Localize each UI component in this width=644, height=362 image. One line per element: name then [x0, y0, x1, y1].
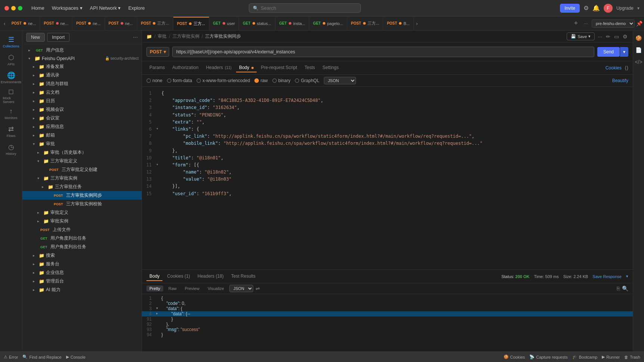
tree-item-third-def-create[interactable]: ▸ POST 三方审批定义创建 [22, 165, 142, 174]
sidebar-item-history[interactable]: ◷ History [3, 141, 19, 157]
workspace-select[interactable]: pre-feishu-demo [592, 19, 635, 28]
tree-item-doc[interactable]: ▸ 📁 云文档 [22, 88, 142, 97]
right-icon-code[interactable]: </> [634, 57, 643, 66]
notifications-icon[interactable]: 🔔 [592, 4, 600, 12]
bottom-error[interactable]: ⚠ Error [4, 355, 18, 359]
right-icon-docs[interactable]: 📄 [634, 46, 643, 54]
tab-tests[interactable]: Tests [301, 63, 318, 72]
pin-button[interactable]: 📌 [636, 21, 643, 26]
tree-item-zhunbei[interactable]: ▸ 📁 准备发展 [22, 62, 142, 71]
radio-graphql[interactable]: GraphQL [295, 78, 319, 83]
save-button[interactable]: 💾 Save ▾ [567, 32, 595, 40]
tree-item-msg[interactable]: ▸ 📁 消息与群组 [22, 79, 142, 88]
radio-form-data[interactable]: form-data [167, 78, 192, 83]
breadcrumb-folder-icon[interactable]: 📁 [146, 34, 152, 39]
expand-icon[interactable]: ⟨⟩ [625, 65, 628, 71]
cookies-link[interactable]: Cookies [606, 65, 622, 71]
breadcrumb-item-approval[interactable]: 审批 [158, 33, 167, 40]
tab-next-button[interactable]: › [414, 19, 420, 28]
sidebar-item-collections[interactable]: ☰ Collections [3, 34, 19, 50]
collapse-icon[interactable]: ▸ [156, 311, 161, 316]
tab-5[interactable]: POST 三方... [173, 17, 209, 30]
import-button[interactable]: Import [47, 33, 69, 42]
tab-9[interactable]: GET pageto... [309, 17, 347, 30]
wrap-lines-button[interactable]: ⇌ [256, 285, 260, 291]
tree-item-cal[interactable]: ▸ 📁 日历 [22, 97, 142, 105]
tab-10[interactable]: POST 三方... [347, 17, 383, 30]
sidebar-item-flows[interactable]: ⇄ Flows [3, 123, 19, 140]
sidebar-options-icon[interactable]: ··· [133, 34, 138, 41]
method-select[interactable]: POST ▾ [146, 47, 169, 57]
copy-button[interactable]: ⎘ [617, 285, 620, 291]
send-dropdown-button[interactable]: ▾ [620, 47, 628, 57]
beautify-link[interactable]: Beautify [612, 78, 628, 83]
tree-item-third-def[interactable]: ▾ 📁 三方审批定义 [22, 157, 142, 165]
bottom-console[interactable]: ▶ Console [66, 355, 86, 359]
nav-home[interactable]: Home [28, 4, 47, 12]
resp-tab-body[interactable]: Body [146, 272, 162, 281]
sidebar-item-monitors[interactable]: ↑ Monitors [3, 105, 19, 122]
radio-none[interactable]: none [146, 78, 162, 83]
tree-item-root[interactable]: ▸ GET 用户信息 [22, 46, 142, 54]
nav-explore[interactable]: Explore [125, 4, 148, 12]
resp-tab-headers[interactable]: Headers (18) [195, 272, 227, 281]
tab-settings[interactable]: Settings [319, 63, 341, 72]
tab-3[interactable]: POST ne... [105, 17, 137, 30]
radio-binary[interactable]: binary [272, 78, 291, 83]
tree-item-meetroom[interactable]: ▸ 📁 会议室 [22, 114, 142, 122]
nav-api-network[interactable]: API Network ▾ [87, 4, 124, 12]
sidebar-item-apis[interactable]: ⬡ APIs [3, 52, 19, 68]
tree-item-user-task1[interactable]: ▸ GET 用户角度列出任务 [22, 234, 142, 243]
tree-item-approval-def[interactable]: ▸ 📁 审批定义 [22, 208, 142, 217]
resp-tab-test-results[interactable]: Test Results [228, 272, 258, 281]
tab-8[interactable]: GET insta... [275, 17, 309, 30]
bottom-capture[interactable]: 📡 Capture requests [529, 355, 567, 359]
tree-feishu-api[interactable]: ▾ 📁 Feishu OpenAPI 🔒 security-architect [22, 54, 142, 62]
format-preview-button[interactable]: Preview [182, 285, 202, 291]
tree-item-user-task2[interactable]: ▸ GET 用户角度列出任务 [22, 243, 142, 251]
search-response-button[interactable]: 🔍 [622, 285, 628, 291]
format-pretty-button[interactable]: Pretty [146, 285, 163, 291]
bottom-runner[interactable]: ▶ Runner [602, 355, 620, 359]
right-icon-cookies[interactable]: 🍪 [634, 34, 643, 43]
breadcrumb-item-instance[interactable]: 三方审批实例 [173, 33, 199, 40]
tab-authorization[interactable]: Authorization [169, 63, 201, 72]
tree-item-approval-instance[interactable]: ▸ 📁 审批实例 [22, 217, 142, 225]
new-button[interactable]: New [26, 33, 45, 42]
edit-button[interactable]: ✏ [605, 33, 611, 40]
tab-6[interactable]: GET user [209, 17, 239, 30]
bottom-cookies[interactable]: 🍪 Cookies [504, 355, 525, 359]
nav-workspaces[interactable]: Workspaces ▾ [49, 4, 86, 12]
tab-body[interactable]: Body [236, 63, 257, 72]
tree-item-search[interactable]: ▸ 📁 搜索 [22, 251, 142, 260]
sidebar-item-mock[interactable]: ◻ Mock Servers [3, 87, 19, 104]
settings-button[interactable]: ⚙ [622, 33, 628, 40]
tree-item-company[interactable]: ▸ 📁 企业信息 [22, 268, 142, 277]
maximize-button[interactable] [18, 6, 22, 10]
tree-item-third-instance[interactable]: ▾ 📁 三方审批实例 [22, 174, 142, 182]
response-body[interactable]: 1 { 2 "code": 0, 3 ▾ "data": { [142, 294, 633, 352]
radio-urlencoded[interactable]: x-www-form-urlencoded [196, 78, 250, 83]
more-tabs-button[interactable]: ··· [582, 19, 590, 28]
tree-item-approval-history[interactable]: ▸ 📁 审批（历史版本） [22, 148, 142, 157]
tree-item-third-task[interactable]: ▸ 📁 三方审批任务 [22, 182, 142, 191]
search-input[interactable] [261, 5, 357, 11]
tab-1[interactable]: POST ne... [40, 17, 72, 30]
settings-icon[interactable]: ⚙ [583, 4, 589, 12]
tree-item-upload[interactable]: ▸ POST 上传文件 [22, 225, 142, 234]
tab-prev-button[interactable]: ‹ [1, 19, 8, 28]
json-format-select[interactable]: JSON [229, 285, 253, 292]
tab-0[interactable]: POST ne... [8, 17, 40, 30]
tree-item-admin[interactable]: ▸ 📁 管理后台 [22, 277, 142, 285]
format-select[interactable]: JSON Text JavaScript HTML XML [324, 77, 356, 84]
bottom-find-replace[interactable]: 🔍 Find and Replace [22, 355, 61, 359]
tab-4[interactable]: POST 三方... [137, 17, 173, 30]
avatar[interactable]: F [604, 4, 613, 13]
request-body-editor[interactable]: 1 { 2 "approval_code": "84C18825-A3D2-41… [142, 87, 633, 269]
upgrade-button[interactable]: Upgrade [616, 6, 634, 11]
tree-item-video[interactable]: ▸ 📁 视频会议 [22, 105, 142, 114]
tab-pre-request[interactable]: Pre-request Script [258, 63, 300, 72]
add-tab-button[interactable]: + [572, 19, 580, 28]
bottom-bootcamp[interactable]: 🎓 Bootcamp [572, 355, 598, 359]
tree-item-sync[interactable]: ▸ POST 三方审批实例同步 [22, 191, 142, 200]
